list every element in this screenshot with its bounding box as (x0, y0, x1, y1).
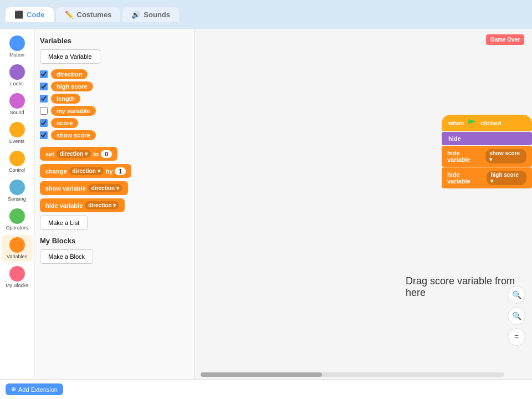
costumes-icon: ✏️ (65, 11, 74, 19)
direction-dropdown[interactable]: direction ▾ (57, 150, 91, 158)
show-variable-block[interactable]: show variable direction ▾ (40, 181, 128, 195)
category-events[interactable]: Events (2, 120, 33, 146)
var-badge-score[interactable]: score (51, 118, 78, 128)
show-score-dropdown[interactable]: show score ▾ (485, 149, 526, 163)
categories-sidebar: Motion Looks Sound Events Control Sensin… (0, 29, 34, 379)
change-value-input[interactable]: 1 (115, 167, 126, 175)
motion-circle (9, 35, 25, 51)
tab-sounds[interactable]: 🔊 Sounds (122, 7, 179, 22)
make-list-button[interactable]: Make a List (40, 216, 88, 230)
sound-circle (9, 93, 25, 109)
motion-label: Motion (9, 52, 24, 58)
game-over-badge: Game Over (486, 34, 524, 45)
zoom-in-button[interactable]: 🔍 (508, 286, 525, 304)
variables-section-title: Variables (40, 37, 189, 45)
var-checkbox-highscore[interactable] (40, 83, 48, 90)
var-badge-myvariable[interactable]: my variable (51, 106, 96, 116)
top-tabs-bar: ⬛ Code ✏️ Costumes 🔊 Sounds (0, 0, 532, 29)
var-checkbox-score[interactable] (40, 119, 48, 127)
myblocks-label: My Blocks (6, 283, 28, 288)
tab-code[interactable]: ⬛ Code (6, 7, 54, 22)
var-row-score: score (40, 118, 189, 128)
to-label: to (93, 151, 99, 157)
hide-variable-label-1: hide variable (447, 150, 483, 163)
var-checkbox-direction[interactable] (40, 70, 48, 78)
main-area: Motion Looks Sound Events Control Sensin… (0, 29, 532, 379)
category-sensing[interactable]: Sensing (2, 177, 33, 204)
add-icon: ⊕ (11, 386, 16, 393)
zoom-out-icon: 🔍 (512, 311, 521, 320)
hide-var-highscore-block[interactable]: hide variable high score ▾ (442, 167, 532, 188)
clicked-label: clicked (480, 120, 501, 126)
fit-button[interactable]: = (508, 328, 525, 346)
change-block-row: change direction ▾ by 1 (40, 164, 189, 178)
blocks-panel: Variables Make a Variable direction high… (34, 29, 195, 379)
category-motion[interactable]: Motion (2, 33, 33, 60)
script-canvas[interactable]: Game Over when clicked hide hide variabl… (195, 29, 532, 379)
fit-icon: = (514, 332, 519, 341)
events-circle (9, 122, 25, 137)
hide-label: hide (448, 135, 461, 142)
change-label: change (45, 168, 67, 175)
show-var-dropdown[interactable]: direction ▾ (88, 184, 122, 192)
var-row-myvariable: my variable (40, 106, 189, 116)
variables-circle (9, 237, 25, 253)
variables-list: direction high score length my variable … (40, 69, 189, 140)
sounds-icon: 🔊 (131, 11, 140, 19)
looks-label: Looks (10, 81, 23, 86)
hide-var-showscore-block[interactable]: hide variable show score ▾ (442, 146, 532, 167)
add-extension-button[interactable]: ⊕ Add Extension (6, 383, 63, 395)
set-direction-block[interactable]: set direction ▾ to 0 (40, 147, 117, 161)
category-looks[interactable]: Looks (2, 62, 33, 89)
category-variables[interactable]: Variables (2, 235, 33, 262)
zoom-in-icon: 🔍 (512, 290, 521, 299)
tab-costumes[interactable]: ✏️ Costumes (56, 7, 121, 22)
set-value-input[interactable]: 0 (101, 150, 112, 158)
control-circle (9, 151, 25, 166)
var-badge-showscore[interactable]: show score (51, 130, 96, 140)
my-blocks-section: My Blocks Make a Block (40, 237, 189, 264)
sound-label: Sound (9, 110, 24, 115)
looks-circle (9, 64, 25, 80)
hide-var-dropdown[interactable]: direction ▾ (85, 201, 119, 209)
var-row-length: length (40, 94, 189, 104)
operators-label: Operators (6, 225, 28, 231)
sensing-circle (9, 180, 25, 195)
change-direction-dropdown[interactable]: direction ▾ (69, 167, 104, 175)
control-label: Control (9, 167, 25, 173)
make-variable-button[interactable]: Make a Variable (40, 49, 100, 64)
my-blocks-title: My Blocks (40, 237, 189, 245)
var-checkbox-myvariable[interactable] (40, 107, 48, 115)
by-label: by (106, 168, 113, 175)
var-row-showscore: show score (40, 130, 189, 140)
hide-variable-block[interactable]: hide variable direction ▾ (40, 198, 125, 212)
hide-variable-label-2: hide variable (447, 171, 484, 185)
var-badge-length[interactable]: length (51, 94, 80, 104)
var-checkbox-length[interactable] (40, 95, 48, 103)
myblocks-circle (9, 266, 25, 282)
show-variable-label: show variable (45, 185, 86, 192)
sensing-label: Sensing (8, 196, 26, 202)
category-sound[interactable]: Sound (2, 91, 33, 117)
when-flag-hat-block[interactable]: when clicked (442, 115, 532, 131)
high-score-dropdown[interactable]: high score ▾ (487, 171, 526, 185)
category-myblocks[interactable]: My Blocks (2, 264, 33, 290)
code-icon: ⬛ (14, 11, 23, 19)
set-label: set (45, 151, 54, 157)
annotation-svg (195, 29, 361, 112)
zoom-out-button[interactable]: 🔍 (508, 307, 525, 325)
var-badge-direction[interactable]: direction (51, 69, 88, 79)
hide-block[interactable]: hide (442, 132, 532, 145)
category-operators[interactable]: Operators (2, 206, 33, 233)
canvas-scrollbar[interactable] (201, 372, 504, 377)
operators-circle (9, 208, 25, 224)
category-control[interactable]: Control (2, 149, 33, 175)
bottom-bar: ⊕ Add Extension (0, 379, 532, 399)
var-row-direction: direction (40, 69, 189, 79)
var-row-highscore: high score (40, 81, 189, 91)
make-block-button[interactable]: Make a Block (40, 249, 93, 264)
var-checkbox-showscore[interactable] (40, 131, 48, 139)
show-variable-block-row: show variable direction ▾ (40, 181, 189, 195)
var-badge-highscore[interactable]: high score (51, 81, 93, 91)
change-direction-block[interactable]: change direction ▾ by 1 (40, 164, 131, 178)
